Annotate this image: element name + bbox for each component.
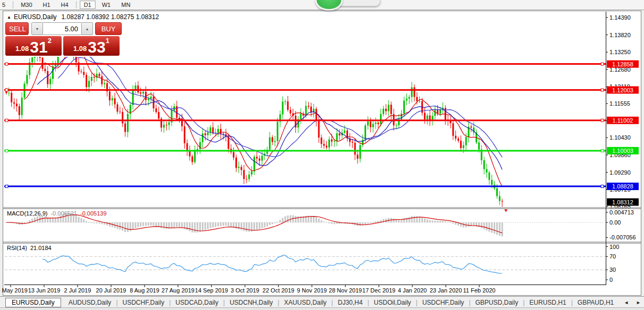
status-strip: [0, 307, 644, 310]
chart-tab-usdcad-daily[interactable]: USDCAD,Daily: [171, 298, 223, 307]
one-click-trading-panel: SELL ▼ ▲ BUY 1.08 31 2 1.08 33 1: [5, 22, 122, 57]
macd-label: MACD(12,26,9)-0.006521-0.005139: [7, 210, 107, 217]
sell-button[interactable]: SELL: [5, 22, 29, 35]
chart-tab-eurusd-h1[interactable]: EURUSD,H1: [524, 298, 571, 307]
chart-tab-gbpusd-daily[interactable]: GBPUSD,Daily: [471, 298, 523, 307]
volume-increase-button[interactable]: ▲: [81, 22, 93, 35]
rsi-value: 21.0184: [30, 245, 52, 251]
chart-tab-usdcnh-daily[interactable]: USDCNH,Daily: [225, 298, 277, 307]
chart-title: ▲EURUSD,Daily1.08287 1.08392 1.08275 1.0…: [7, 13, 159, 21]
chart-ohlc-quote: 1.08287 1.08392 1.08275 1.08312: [62, 13, 159, 21]
buy-price-big: 33: [88, 40, 105, 54]
buy-price-box[interactable]: 1.08 33 1: [63, 36, 120, 56]
timeframe-button-H1[interactable]: H1: [39, 1, 55, 9]
timeframe-button-D1[interactable]: D1: [80, 1, 96, 9]
chart-tab-dj30-h4[interactable]: DJ30,H4: [333, 298, 368, 307]
sell-price-box[interactable]: 1.08 31 2: [5, 36, 62, 56]
macd-signal-value: -0.005139: [80, 210, 107, 217]
tab-scroll-left-icon[interactable]: ◄: [624, 300, 629, 305]
chart-tab-gbpaud-h1[interactable]: GBPAUD,H1: [573, 298, 618, 307]
chart-tab-usdchf-daily[interactable]: USDCHF,Daily: [418, 298, 469, 307]
chart-tabs-bar: EURUSD,DailyAUDUSD,Daily|USDCHF,Daily|US…: [0, 296, 644, 308]
timeframe-button-H4[interactable]: H4: [57, 1, 73, 9]
chart-tab-usdoil-daily[interactable]: USDOil,Daily: [369, 298, 416, 307]
buy-price-small: 1.08: [73, 45, 87, 53]
chart-tab-usdchf-daily[interactable]: USDCHF,Daily: [118, 298, 170, 307]
sell-price-sup: 2: [48, 37, 52, 45]
timeframe-button-M30[interactable]: M30: [16, 1, 36, 9]
buy-button[interactable]: BUY: [95, 22, 122, 35]
timeframe-button-5[interactable]: 5: [0, 1, 10, 9]
rsi-label: RSI(14)21.0184: [7, 245, 52, 251]
sell-price-big: 31: [30, 40, 47, 54]
timeframe-button-W1[interactable]: W1: [98, 1, 115, 9]
tab-scroll-arrows: ◄►: [624, 300, 641, 305]
collapse-arrow-icon[interactable]: ▲: [7, 15, 11, 20]
toolbar-separator: [76, 1, 77, 8]
timeframe-button-MN[interactable]: MN: [117, 1, 134, 9]
chart-tab-xauusd-daily[interactable]: XAUUSD,Daily: [279, 298, 332, 307]
chart-tab-audusd-daily[interactable]: AUDUSD,Daily: [64, 298, 116, 307]
sell-price-small: 1.08: [15, 45, 29, 53]
chart-tab-eurusd-daily[interactable]: EURUSD,Daily: [5, 298, 61, 307]
macd-value: -0.006521: [50, 210, 77, 217]
volume-input[interactable]: [43, 22, 81, 35]
tab-scroll-right-icon[interactable]: ►: [636, 300, 641, 305]
volume-decrease-button[interactable]: ▼: [31, 22, 43, 35]
chart-symbol: EURUSD,Daily: [14, 13, 57, 21]
toolbar-separator: [13, 1, 13, 8]
buy-price-sup: 1: [106, 37, 109, 45]
